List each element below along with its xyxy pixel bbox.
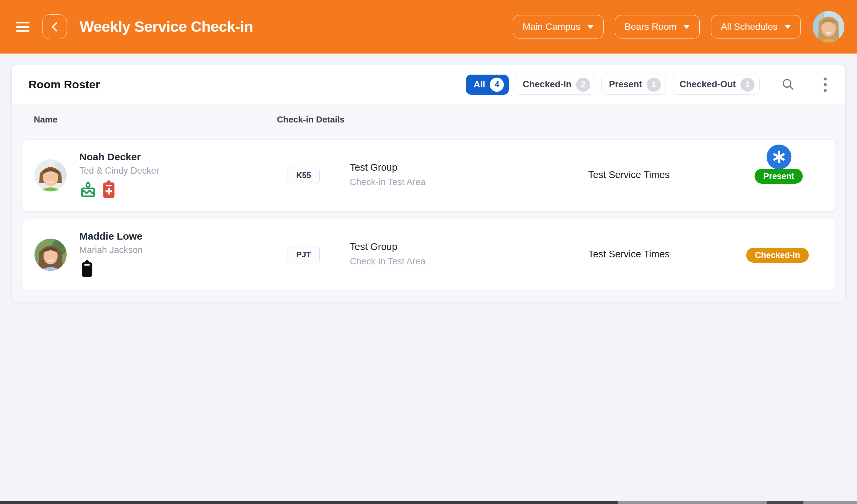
person-guardians: Ted & Cindy Decker <box>79 166 159 176</box>
security-code-badge: PJT <box>288 246 320 263</box>
app-header: Weekly Service Check-in Main Campus Bear… <box>0 0 857 53</box>
filter-checked-out-label: Checked-Out <box>679 79 736 90</box>
roster-header: Room Roster All 4 Checked-In 2 Present 1… <box>12 65 845 104</box>
roster-title: Room Roster <box>29 78 100 91</box>
filter-checked-out[interactable]: Checked-Out 1 <box>672 74 760 95</box>
asterisk-icon <box>772 150 786 164</box>
chevron-down-icon <box>784 25 791 29</box>
avatar-image <box>813 11 844 43</box>
service-times: Test Service Times <box>588 169 670 180</box>
filter-checked-out-count: 1 <box>740 78 755 92</box>
search-button[interactable] <box>779 77 797 92</box>
filter-all[interactable]: All 4 <box>466 74 509 95</box>
room-roster-card: Room Roster All 4 Checked-In 2 Present 1… <box>11 65 846 301</box>
room-dropdown[interactable]: Bears Room <box>615 15 700 38</box>
group-name: Test Group <box>350 241 425 252</box>
special-needs-marker <box>767 145 791 169</box>
status-badge: Checked-in <box>746 248 809 263</box>
window-bottom-edge <box>0 501 857 504</box>
status-filter-group: All 4 Checked-In 2 Present 1 Checked-Out… <box>466 74 830 95</box>
roster-table: Name Check-in Details Noah Decker Ted & … <box>12 104 845 302</box>
filter-checked-in-label: Checked-In <box>523 79 571 90</box>
checkin-area: Check-in Test Area <box>350 177 425 187</box>
filter-present-label: Present <box>609 79 642 90</box>
filter-present-count: 1 <box>647 78 661 92</box>
schedule-dropdown-label: All Schedules <box>721 21 778 32</box>
more-options-button[interactable] <box>821 76 829 93</box>
campus-dropdown[interactable]: Main Campus <box>513 15 604 38</box>
person-name: Noah Decker <box>79 151 159 163</box>
avatar <box>34 159 67 191</box>
service-times: Test Service Times <box>588 249 670 260</box>
chevron-down-icon <box>683 25 690 29</box>
search-icon <box>781 78 795 92</box>
person-alert-icons <box>79 180 159 199</box>
column-header-name: Name <box>34 115 57 125</box>
person-alert-icons <box>79 259 142 278</box>
room-dropdown-label: Bears Room <box>625 21 677 32</box>
chevron-left-icon <box>50 21 59 32</box>
clipboard-icon[interactable] <box>79 259 95 278</box>
campus-dropdown-label: Main Campus <box>523 21 581 32</box>
schedule-dropdown[interactable]: All Schedules <box>711 15 801 38</box>
user-avatar[interactable] <box>813 11 844 43</box>
filter-checked-in-count: 2 <box>576 78 590 92</box>
back-button[interactable] <box>42 14 67 39</box>
table-row[interactable]: Noah Decker Ted & Cindy Decker <box>22 139 836 212</box>
person-guardians: Mariah Jackson <box>79 245 142 255</box>
group-name: Test Group <box>350 162 425 173</box>
person-name: Maddie Lowe <box>79 231 142 242</box>
filter-all-count: 4 <box>490 78 504 92</box>
filter-all-label: All <box>474 79 485 90</box>
birthday-cake-icon[interactable] <box>79 181 97 199</box>
medical-clipboard-icon[interactable] <box>101 180 117 199</box>
table-row[interactable]: Maddie Lowe Mariah Jackson PJT Test Grou… <box>22 219 836 291</box>
kebab-menu-icon <box>823 77 827 93</box>
checkin-area: Check-in Test Area <box>350 256 425 267</box>
status-badge: Present <box>755 169 803 184</box>
column-header-details: Check-in Details <box>277 115 345 125</box>
filter-checked-in[interactable]: Checked-In 2 <box>515 74 595 95</box>
security-code-badge: K55 <box>288 167 320 184</box>
menu-icon[interactable] <box>16 20 31 33</box>
filter-present[interactable]: Present 1 <box>601 74 666 95</box>
chevron-down-icon <box>587 25 594 29</box>
avatar <box>34 239 67 271</box>
page-title: Weekly Service Check-in <box>80 18 253 35</box>
